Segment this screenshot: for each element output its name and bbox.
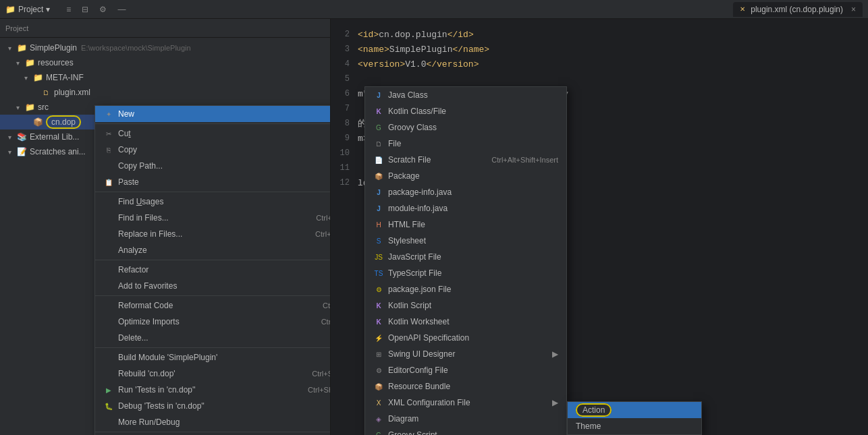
toolbar-icon-3[interactable]: ⚙ — [99, 5, 107, 14]
submenu-plugin-action[interactable]: Action — [568, 402, 701, 418]
line-content: <version>V1.0</version> — [358, 59, 479, 69]
menu-item-run[interactable]: ▶ Run 'Tests in 'cn.dop'' Ctrl+Shift+F10 — [95, 382, 331, 398]
submenu-item-packagejson[interactable]: ⚙ package.json File — [365, 281, 566, 297]
css-icon: S — [373, 237, 384, 245]
tree-item-pluginxml[interactable]: 🗋 plugin.xml — [0, 85, 330, 100]
submenu-item-diagram[interactable]: ◈ Diagram — [365, 411, 566, 427]
submenu-label-scratchfile: Scratch File — [388, 155, 478, 165]
openapi-icon: ⚡ — [373, 335, 384, 342]
submenu-item-resourcebundle[interactable]: 📦 Resource Bundle — [365, 378, 566, 395]
tab-close-icon[interactable]: × — [851, 5, 856, 14]
editor-line-5: 5 — [331, 71, 868, 86]
submenu-item-xmlconfig[interactable]: X XML Configuration File ▶ — [365, 395, 566, 411]
toolbar-icon-2[interactable]: ⊟ — [82, 5, 88, 14]
js-icon: JS — [373, 254, 384, 261]
submenu-item-stylesheet[interactable]: S Stylesheet — [365, 233, 566, 249]
moduleinfo-icon: J — [373, 205, 384, 212]
line-number: 11 — [331, 163, 358, 173]
menu-item-copy[interactable]: ⎘ Copy Ctrl+C — [95, 142, 331, 158]
submenu-item-file[interactable]: 🗋 File — [365, 136, 566, 152]
toolbar-icons: ≡ ⊟ ⚙ — — [66, 5, 126, 14]
sidebar: Project ▾ 📁 SimplePlugin E:\workspace\mo… — [0, 19, 331, 435]
groovyscript-icon: G — [373, 432, 384, 436]
submenu-item-javaclass[interactable]: J Java Class — [365, 87, 566, 103]
editor-line-3: 3 <name>SimplePlugin</name> — [331, 42, 868, 57]
submenu-item-tsfile[interactable]: TS TypeScript File — [365, 265, 566, 281]
submenu-item-groovyscript[interactable]: G Groovy Script — [365, 427, 566, 435]
submenu-item-kotlinworksheet[interactable]: K Kotlin Worksheet — [365, 314, 566, 330]
menu-item-rebuild[interactable]: Rebuild 'cn.dop' Ctrl+Shift+F9 — [95, 366, 331, 382]
editor-line-4: 4 <version>V1.0</version> — [331, 57, 868, 71]
tree-label-pluginxml: plugin.xml — [54, 88, 90, 97]
menu-label-delete: Delete... — [118, 333, 321, 343]
project-dropdown-icon[interactable]: ▾ — [46, 5, 50, 14]
menu-item-analyze[interactable]: Analyze ▶ — [95, 242, 331, 258]
menu-item-debug[interactable]: 🐛 Debug 'Tests in 'cn.dop'' — [95, 398, 331, 414]
submenu-item-package[interactable]: 📦 Package — [365, 168, 566, 184]
menu-item-optimize[interactable]: Optimize Imports Ctrl+Alt+O — [95, 314, 331, 330]
submenu-item-kotlinfile[interactable]: K Kotlin Class/File — [365, 103, 566, 119]
submenu-item-htmlfile[interactable]: H HTML File — [365, 216, 566, 233]
menu-item-delete[interactable]: Delete... Delete — [95, 330, 331, 346]
submenu-plugin-theme[interactable]: Theme — [568, 418, 701, 434]
project-title[interactable]: 📁 Project ▾ — [5, 5, 50, 14]
menu-item-refactor[interactable]: Refactor ▶ — [95, 262, 331, 278]
submenu-label-htmlfile: HTML File — [388, 220, 558, 229]
menu-label-rebuild: Rebuild 'cn.dop' — [118, 369, 298, 378]
menu-label-new: New — [118, 109, 331, 119]
menu-item-morerundebug[interactable]: More Run/Debug ▶ — [95, 414, 331, 430]
submenu-item-jsfile[interactable]: JS JavaScript File — [365, 249, 566, 265]
folder-icon: 📁 — [24, 57, 35, 68]
line-content: <name>SimplePlugin</name> — [358, 45, 489, 55]
menu-item-findinfiles[interactable]: Find in Files... Ctrl+Shift+F — [95, 210, 331, 226]
menu-item-findusages[interactable]: Find Usages Alt+F7 — [95, 194, 331, 210]
menu-label-findusages: Find Usages — [118, 197, 321, 206]
line-number: 8 — [331, 119, 358, 128]
tree-path: E:\workspace\mock\SimplePlugin — [81, 44, 191, 52]
pkg-icon: 📦 — [32, 117, 43, 127]
tree-item-metainf[interactable]: ▾ 📁 META-INF — [0, 70, 330, 85]
submenu-plugin-devkit: Action Theme — [567, 401, 702, 435]
scratch-file-icon: 📄 — [373, 156, 384, 164]
submenu-label-diagram: Diagram — [388, 414, 558, 424]
line-number: 10 — [331, 148, 358, 158]
line-number: 2 — [331, 30, 358, 39]
menu-label-copy: Copy — [118, 145, 321, 154]
context-menu: ✦ New ▶ ✂ Cut Ctrl+X ⎘ Copy Ctrl+C Copy … — [94, 105, 331, 435]
submenu-item-kotlinscript[interactable]: K Kotlin Script — [365, 297, 566, 314]
project-icon: 📁 — [5, 5, 16, 14]
menu-item-build[interactable]: Build Module 'SimplePlugin' — [95, 349, 331, 366]
tree-item-resources[interactable]: ▾ 📁 resources — [0, 55, 330, 70]
tree-label-src: src — [38, 103, 49, 112]
menu-label-debug: Debug 'Tests in 'cn.dop'' — [118, 401, 331, 411]
submenu-item-groovyclass[interactable]: G Groovy Class — [365, 119, 566, 136]
menu-item-replace[interactable]: Replace in Files... Ctrl+Shift+R — [95, 226, 331, 242]
diagram-icon: ◈ — [373, 415, 384, 423]
menu-item-new[interactable]: ✦ New ▶ — [95, 106, 331, 122]
menu-item-reformat[interactable]: Reformat Code Ctrl+Alt+L — [95, 297, 331, 314]
resourcebundle-icon: 📦 — [373, 383, 384, 390]
menu-item-copypath[interactable]: Copy Path... — [95, 158, 331, 174]
separator4 — [95, 295, 331, 296]
submenu-item-moduleinfo[interactable]: J module-info.java — [365, 200, 566, 216]
tree-item-simpleplugin[interactable]: ▾ 📁 SimplePlugin E:\workspace\mock\Simpl… — [0, 40, 330, 55]
submenu-item-editorconfig[interactable]: ⚙ EditorConfig File — [365, 362, 566, 378]
menu-item-favorites[interactable]: Add to Favorites ▶ — [95, 278, 331, 294]
optimize-shortcut: Ctrl+Alt+O — [321, 318, 331, 326]
editor-tab[interactable]: ✕ plugin.xml (cn.dop.plugin) × — [733, 2, 863, 17]
menu-item-cut[interactable]: ✂ Cut Ctrl+X — [95, 125, 331, 142]
submenu-item-swingui[interactable]: ⊞ Swing UI Designer ▶ — [365, 346, 566, 362]
toolbar-icon-4[interactable]: — — [117, 5, 126, 14]
submenu-item-scratchfile[interactable]: 📄 Scratch File Ctrl+Alt+Shift+Insert — [365, 152, 566, 168]
folder-icon: 📁 — [16, 42, 27, 53]
toolbar-icon-1[interactable]: ≡ — [66, 5, 71, 14]
java-icon: J — [373, 92, 384, 99]
submenu-item-packageinfo[interactable]: J package-info.java — [365, 184, 566, 200]
submenu-label-javaclass: Java Class — [388, 90, 558, 100]
sidebar-project-label: Project — [5, 24, 28, 32]
kotlinscript-icon: K — [373, 302, 384, 310]
menu-item-paste[interactable]: 📋 Paste Ctrl+V — [95, 174, 331, 190]
cut-icon: ✂ — [103, 130, 114, 138]
submenu-label-file: File — [388, 139, 558, 148]
submenu-item-openapi[interactable]: ⚡ OpenAPI Specification — [365, 330, 566, 346]
